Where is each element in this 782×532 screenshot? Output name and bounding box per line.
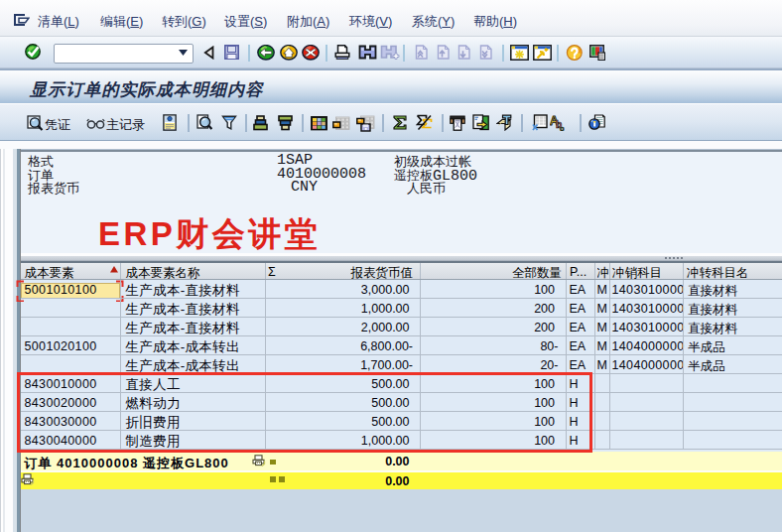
svg-text:c: c xyxy=(560,124,565,132)
